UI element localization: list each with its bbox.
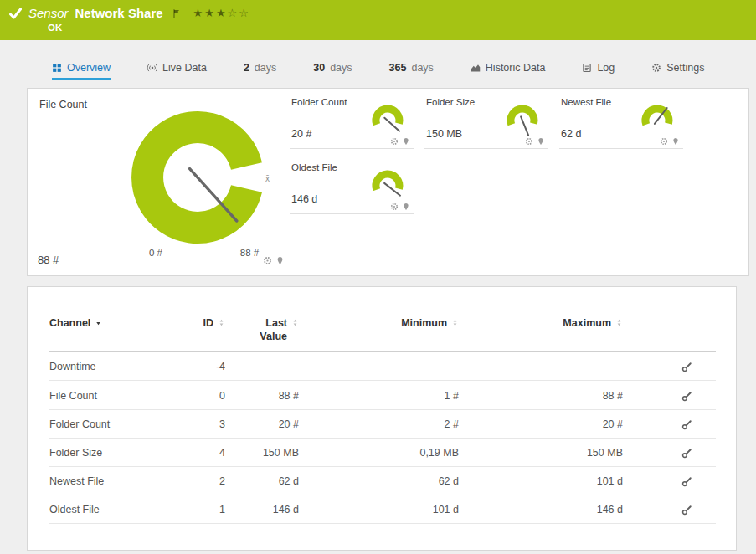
tab-settings[interactable]: Settings	[651, 62, 704, 80]
channel-minimum: 0,19 MB	[299, 438, 459, 466]
channel-last-value: 20 #	[225, 409, 299, 438]
gauge-pin-icon[interactable]	[402, 137, 410, 146]
channel-name: File Count	[49, 381, 175, 409]
channel-name: Newest File	[49, 467, 175, 495]
tab-label: Settings	[666, 62, 704, 74]
stars-empty: ☆☆	[228, 7, 250, 19]
gauge-gear-icon[interactable]	[390, 137, 399, 146]
col-header-maximum[interactable]: Maximum	[563, 317, 611, 329]
tab-number: 30	[313, 62, 325, 74]
channel-settings-icon[interactable]	[681, 362, 692, 372]
sensor-title-row: Sensor Network Share ★★★☆☆	[8, 6, 748, 20]
channel-settings-icon[interactable]	[681, 391, 692, 402]
gauge-gear-icon[interactable]	[660, 137, 668, 146]
object-kind-label: Sensor	[28, 6, 69, 20]
gauge-gear-icon[interactable]	[263, 256, 272, 265]
col-header-last-value[interactable]: Last Value	[250, 317, 287, 343]
gauge-gear-icon[interactable]	[525, 137, 533, 146]
tab-30-days[interactable]: 30 days	[313, 62, 352, 80]
col-header-minimum[interactable]: Minimum	[401, 317, 447, 329]
col-header-channel[interactable]: Channel	[49, 317, 90, 329]
channel-id: 1	[175, 495, 225, 524]
channel-id: 4	[175, 438, 225, 466]
tab-historic-data[interactable]: Historic Data	[471, 62, 546, 80]
channel-settings-icon[interactable]	[681, 505, 692, 516]
mini-gauge-folder-count: Folder Count 20 #	[290, 94, 414, 149]
channel-minimum: 101 d	[299, 495, 459, 524]
historic-data-icon	[471, 63, 481, 73]
tab-log[interactable]: Log	[582, 62, 615, 80]
gauge-pin-icon[interactable]	[671, 137, 680, 146]
tab-overview[interactable]: Overview	[52, 62, 111, 80]
stars-filled: ★★★	[193, 7, 228, 19]
sort-icon[interactable]	[218, 319, 225, 326]
channel-name: Oldest File	[49, 495, 175, 524]
channel-last-value: 146 d	[225, 495, 299, 524]
mini-gauge-newest-file: Newest File 62 d	[559, 94, 683, 149]
sort-desc-icon[interactable]	[95, 320, 102, 327]
channels-panel: Channel ID Last Value Minimum Maximum Do…	[27, 286, 737, 551]
table-row-newest-file: Newest File 2 62 d 62 d 101 d	[49, 467, 716, 495]
mini-gauge-grid: Folder Count 20 # Folder Size 150 MB	[290, 94, 683, 214]
channel-maximum: 20 #	[459, 409, 623, 438]
gauge-scale-min: 0 #	[139, 248, 172, 258]
channel-minimum: 2 #	[299, 409, 459, 438]
primary-gauge-value: 88 #	[38, 254, 59, 266]
sort-icon[interactable]	[451, 319, 459, 326]
table-row-oldest-file: Oldest File 1 146 d 101 d 146 d	[49, 495, 716, 524]
channel-id: 0	[175, 381, 225, 409]
channel-last-value	[225, 352, 299, 381]
gauge-gear-icon[interactable]	[390, 203, 399, 211]
channel-maximum: 146 d	[459, 495, 623, 524]
tab-number: 2	[244, 62, 249, 74]
tab-label: Live Data	[162, 62, 207, 74]
sort-icon[interactable]	[291, 319, 299, 326]
mini-gauge-actions	[390, 137, 410, 146]
sensor-header: Sensor Network Share ★★★☆☆ OK	[0, 0, 756, 40]
tab-unit: days	[411, 62, 433, 74]
tab-2-days[interactable]: 2 days	[244, 62, 276, 80]
channel-last-value: 88 #	[225, 381, 299, 409]
folder-size-gauge	[501, 102, 543, 141]
flag-icon[interactable]	[172, 8, 182, 18]
tab-bar: Overview Live Data 2 days 30 days 365 da…	[0, 58, 756, 80]
mini-gauge-value: 20 #	[291, 128, 311, 140]
channel-settings-icon[interactable]	[681, 419, 692, 430]
status-check-icon	[8, 7, 22, 20]
oldest-file-gauge	[367, 167, 409, 206]
channel-maximum: 101 d	[459, 467, 623, 495]
primary-gauge-label: File Count	[39, 99, 87, 110]
tab-365-days[interactable]: 365 days	[389, 62, 434, 80]
channel-maximum: 88 #	[459, 381, 623, 409]
gauge-scale-max: 88 #	[233, 248, 266, 258]
tab-live-data[interactable]: Live Data	[147, 62, 207, 80]
channel-id: -4	[175, 352, 225, 381]
prtg-sensor-page: Sensor Network Share ★★★☆☆ OK Overview L…	[0, 0, 756, 554]
channel-name: Downtime	[49, 352, 175, 381]
mini-gauge-value: 62 d	[561, 128, 581, 140]
gauge-average-marker: x̄	[265, 174, 270, 183]
table-row-folder-size: Folder Size 4 150 MB 0,19 MB 150 MB	[49, 438, 716, 466]
sensor-title: Network Share	[75, 6, 163, 20]
col-header-id[interactable]: ID	[203, 317, 214, 329]
tab-label: Overview	[67, 62, 111, 74]
channel-id: 2	[175, 467, 225, 495]
channel-name: Folder Count	[49, 409, 175, 438]
channels-table: Channel ID Last Value Minimum Maximum Do…	[49, 317, 716, 524]
tab-label: Historic Data	[486, 62, 546, 74]
newest-file-gauge	[636, 102, 678, 141]
channel-settings-icon[interactable]	[681, 448, 692, 459]
gauge-pin-icon[interactable]	[537, 137, 545, 146]
mini-gauge-value: 150 MB	[426, 128, 462, 140]
primary-gauge-actions	[263, 256, 285, 265]
table-row-downtime: Downtime -4	[49, 352, 716, 381]
channel-settings-icon[interactable]	[681, 476, 692, 487]
gauge-pin-icon[interactable]	[275, 256, 285, 265]
priority-stars[interactable]: ★★★☆☆	[193, 7, 250, 19]
sort-icon[interactable]	[615, 319, 623, 326]
gauge-pin-icon[interactable]	[402, 203, 410, 211]
mini-gauge-actions	[390, 203, 410, 211]
channel-last-value: 62 d	[225, 467, 299, 495]
channel-last-value: 150 MB	[225, 438, 299, 466]
settings-gear-icon	[651, 63, 661, 73]
